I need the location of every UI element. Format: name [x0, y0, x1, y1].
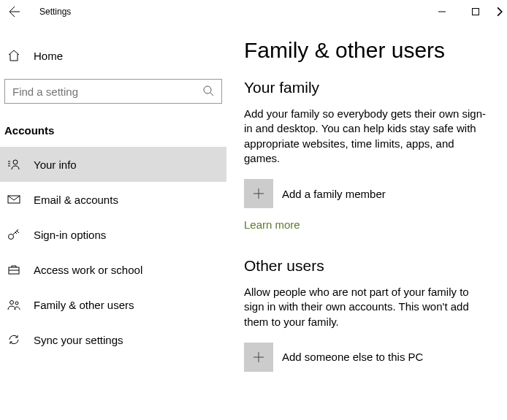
- person-icon: [7, 158, 20, 171]
- sidebar-item-label: Access work or school: [34, 264, 142, 276]
- close-button[interactable]: [492, 0, 507, 23]
- section-other-users-desc: Allow people who are not part of your fa…: [244, 285, 489, 329]
- key-icon: [7, 228, 20, 241]
- svg-point-6: [10, 301, 14, 305]
- sync-icon: [7, 333, 20, 346]
- sidebar-item-family[interactable]: Family & other users: [0, 287, 226, 322]
- chevron-right-icon: [495, 7, 505, 17]
- briefcase-icon: [7, 263, 20, 276]
- window-title: Settings: [39, 7, 71, 17]
- add-other-user-button[interactable]: Add someone else to this PC: [244, 343, 489, 372]
- home-nav[interactable]: Home: [0, 39, 226, 72]
- search-input[interactable]: [12, 85, 202, 98]
- svg-point-2: [13, 160, 18, 164]
- add-family-label: Add a family member: [282, 188, 386, 200]
- sidebar-item-label: Sync your settings: [34, 334, 123, 346]
- section-your-family-desc: Add your family so everybody gets their …: [244, 107, 489, 166]
- svg-point-1: [204, 86, 211, 93]
- minimize-button[interactable]: [425, 0, 459, 23]
- minimize-icon: [438, 8, 446, 15]
- add-family-member-button[interactable]: Add a family member: [244, 179, 489, 208]
- category-header: Accounts: [0, 117, 226, 147]
- svg-point-7: [15, 302, 18, 305]
- sidebar-item-signin[interactable]: Sign-in options: [0, 217, 226, 252]
- sidebar-item-label: Sign-in options: [34, 229, 106, 241]
- plus-icon: [244, 179, 273, 208]
- main-panel: Family & other users Your family Add you…: [226, 23, 507, 420]
- back-arrow-icon: [9, 6, 20, 18]
- sidebar-item-label: Family & other users: [34, 299, 134, 311]
- add-other-label: Add someone else to this PC: [282, 351, 423, 363]
- sidebar-item-email[interactable]: Email & accounts: [0, 182, 226, 217]
- back-button[interactable]: [3, 0, 26, 23]
- search-icon: [202, 85, 214, 99]
- svg-rect-0: [473, 9, 479, 15]
- section-other-users-heading: Other users: [244, 257, 489, 275]
- sidebar-item-work[interactable]: Access work or school: [0, 252, 226, 287]
- sidebar-item-your-info[interactable]: Your info: [0, 147, 226, 182]
- section-your-family-heading: Your family: [244, 79, 489, 96]
- plus-icon: [244, 343, 273, 372]
- home-label: Home: [34, 50, 63, 62]
- page-title: Family & other users: [244, 38, 489, 63]
- maximize-button[interactable]: [459, 0, 492, 23]
- svg-point-4: [9, 234, 14, 240]
- sidebar-item-sync[interactable]: Sync your settings: [0, 322, 226, 357]
- search-box[interactable]: [4, 79, 222, 104]
- sidebar: Home Accounts Your info Email & accounts: [0, 23, 226, 420]
- learn-more-link[interactable]: Learn more: [244, 218, 300, 231]
- email-icon: [7, 193, 20, 206]
- people-icon: [7, 298, 20, 311]
- maximize-icon: [472, 8, 479, 15]
- sidebar-item-label: Email & accounts: [34, 194, 118, 206]
- titlebar: Settings: [0, 0, 507, 23]
- sidebar-item-label: Your info: [34, 159, 77, 171]
- home-icon: [7, 49, 20, 62]
